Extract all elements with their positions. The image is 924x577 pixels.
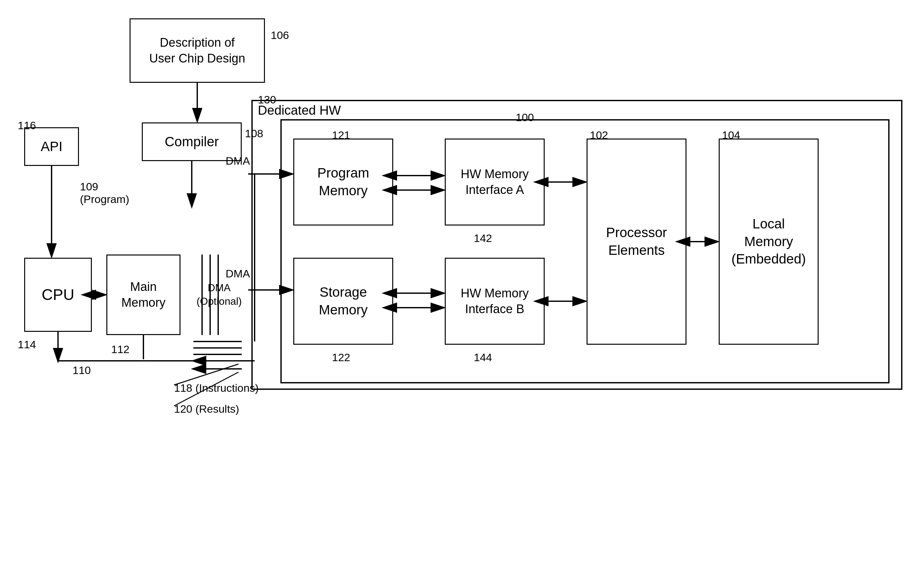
main-memory-box: MainMemory (106, 255, 181, 335)
dma-optional-box: DMA(Optional) (192, 255, 247, 335)
processor-elements-box: ProcessorElements (587, 139, 687, 345)
ref-130: 130 (258, 93, 276, 106)
hw-memory-b-box: HW MemoryInterface B (445, 258, 545, 345)
ref-142: 142 (474, 232, 492, 245)
results-label: 120 (Results) (174, 403, 239, 415)
ref-116: 116 (18, 119, 36, 132)
storage-memory-box: StorageMemory (293, 258, 393, 345)
ref-144: 144 (474, 351, 492, 364)
dma-bottom-label: DMA (226, 268, 250, 280)
ref-102: 102 (590, 129, 608, 142)
cpu-box: CPU (24, 258, 92, 332)
diagram: Description ofUser Chip Design 106 Compi… (0, 0, 924, 577)
program-label: 109 (Program) (80, 181, 129, 206)
program-memory-box: ProgramMemory (293, 139, 393, 226)
ref-100: 100 (516, 111, 534, 124)
dma-top-label: DMA (226, 155, 250, 167)
ref-112: 112 (111, 343, 129, 356)
api-box: API (24, 127, 79, 166)
ref-121: 121 (332, 129, 350, 142)
hw-memory-a-box: HW MemoryInterface A (445, 139, 545, 226)
ref-106: 106 (271, 29, 289, 42)
ref-122: 122 (332, 351, 350, 364)
instructions-label: 118 (Instructions) (174, 382, 259, 394)
user-chip-design-box: Description ofUser Chip Design (129, 18, 265, 83)
local-memory-box: LocalMemory(Embedded) (719, 139, 819, 345)
ref-104: 104 (722, 129, 740, 142)
ref-110: 110 (73, 364, 91, 377)
ref-114: 114 (18, 338, 36, 351)
